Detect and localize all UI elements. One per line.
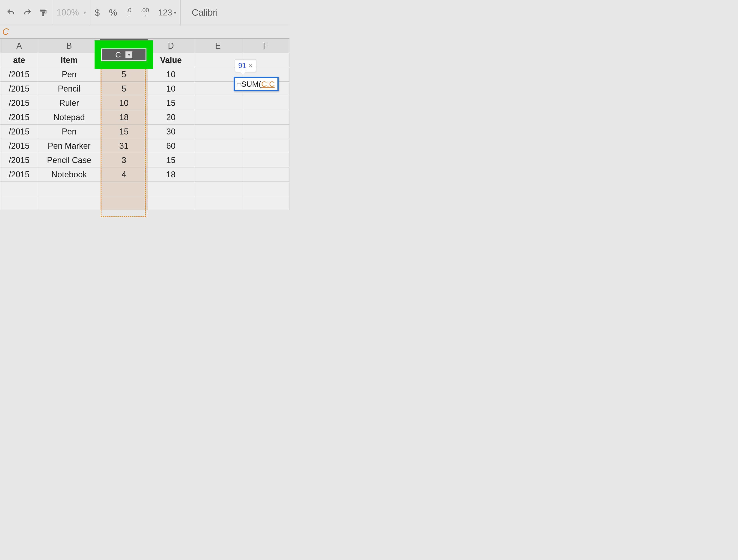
selected-col-label: C [115, 50, 121, 59]
cell-B3[interactable]: Pencil [38, 82, 100, 96]
zoom-label: 100% [56, 8, 79, 18]
cell-empty[interactable] [147, 182, 194, 196]
chevron-down-icon[interactable]: ▾ [125, 51, 132, 58]
cell-C6[interactable]: 15 [100, 124, 147, 139]
zoom-selector[interactable]: 100% ▾ [56, 8, 86, 18]
cell-empty[interactable] [147, 196, 194, 210]
cell-empty[interactable] [242, 182, 289, 196]
redo-icon[interactable] [23, 8, 32, 17]
cell-F9[interactable] [242, 168, 289, 182]
cell-D4[interactable]: 15 [147, 96, 194, 110]
cell-F4[interactable] [242, 96, 289, 110]
increase-decimal-label: .00 [141, 7, 149, 13]
cell-C5[interactable]: 18 [100, 110, 147, 124]
col-header-a[interactable]: A [0, 39, 38, 53]
cell-empty[interactable] [0, 182, 38, 196]
toolbar-numberformat-group: $ % .0 ← .00 → 123 ▾ [90, 0, 180, 25]
cell-empty[interactable] [100, 182, 147, 196]
decrease-decimal-label: .0 [126, 7, 131, 13]
cell-C9[interactable]: 4 [100, 168, 147, 182]
cell-B7[interactable]: Pen Marker [38, 139, 100, 153]
cell-E5[interactable] [194, 110, 242, 124]
chevron-down-icon: ▾ [83, 10, 86, 16]
arrow-right-icon: → [142, 13, 147, 18]
currency-button[interactable]: $ [94, 7, 100, 18]
cell-D9[interactable]: 18 [147, 168, 194, 182]
cell-A9[interactable]: /2015 [0, 168, 38, 182]
font-selector[interactable]: Calibri [185, 7, 225, 18]
cell-C7[interactable]: 31 [100, 139, 147, 153]
cell-D2[interactable]: 10 [147, 67, 194, 82]
cell-A2[interactable]: /2015 [0, 67, 38, 82]
formula-prefix: =SUM( [237, 79, 261, 88]
more-formats-button[interactable]: 123 ▾ [158, 8, 176, 18]
cell-A6[interactable]: /2015 [0, 124, 38, 139]
cell-empty[interactable] [0, 196, 38, 210]
cell-E9[interactable] [194, 168, 242, 182]
toolbar-font-group: Calibri [180, 0, 229, 25]
cell-C4[interactable]: 10 [100, 96, 147, 110]
cell-F8[interactable] [242, 153, 289, 168]
increase-decimal-button[interactable]: .00 → [141, 7, 149, 18]
cell-A8[interactable]: /2015 [0, 153, 38, 168]
cell-empty[interactable] [194, 196, 242, 210]
cell-F7[interactable] [242, 139, 289, 153]
cell-D5[interactable]: 20 [147, 110, 194, 124]
toolbar-history-group [2, 0, 52, 25]
cell-B9[interactable]: Notebook [38, 168, 100, 182]
cell-empty[interactable] [194, 182, 242, 196]
cell-C2[interactable]: 5 [100, 67, 147, 82]
cell-A4[interactable]: /2015 [0, 96, 38, 110]
decrease-decimal-button[interactable]: .0 ← [126, 7, 131, 18]
col-header-d[interactable]: D [147, 39, 194, 53]
column-c-highlight: C ▾ [94, 40, 153, 69]
more-formats-label: 123 [158, 8, 172, 18]
cell-D6[interactable]: 30 [147, 124, 194, 139]
cell-B5[interactable]: Notepad [38, 110, 100, 124]
cell-B2[interactable]: Pen [38, 67, 100, 82]
col-header-e[interactable]: E [194, 39, 242, 53]
name-box[interactable]: C [2, 26, 9, 37]
cell-F5[interactable] [242, 110, 289, 124]
col-header-b[interactable]: B [38, 39, 100, 53]
cell-empty[interactable] [38, 182, 100, 196]
table-row [0, 182, 290, 196]
cell-D8[interactable]: 15 [147, 153, 194, 168]
cell-E8[interactable] [194, 153, 242, 168]
toolbar: 100% ▾ $ % .0 ← .00 → 123 ▾ Calibri [0, 0, 290, 25]
formula-reference: C:C [261, 79, 275, 88]
cell-C8[interactable]: 3 [100, 153, 147, 168]
cell-E7[interactable] [194, 139, 242, 153]
cell-D7[interactable]: 60 [147, 139, 194, 153]
chevron-down-icon: ▾ [174, 10, 176, 15]
formula-result-value: 91 [238, 61, 247, 70]
table-row: /2015Ruler1015 [0, 96, 290, 110]
cell-F6[interactable] [242, 124, 289, 139]
cell-B1[interactable]: Item [38, 53, 100, 67]
cell-B8[interactable]: Pencil Case [38, 153, 100, 168]
paint-format-icon[interactable] [39, 8, 48, 17]
cell-A3[interactable]: /2015 [0, 82, 38, 96]
cell-empty[interactable] [100, 196, 147, 210]
selected-col-header-c[interactable]: C ▾ [101, 48, 146, 61]
cell-C3[interactable]: 5 [100, 82, 147, 96]
cell-B6[interactable]: Pen [38, 124, 100, 139]
cell-D3[interactable]: 10 [147, 82, 194, 96]
arrow-left-icon: ← [126, 13, 131, 18]
cell-E4[interactable] [194, 96, 242, 110]
cell-empty[interactable] [38, 196, 100, 210]
table-row: /2015Notebook418 [0, 168, 290, 182]
cell-A7[interactable]: /2015 [0, 139, 38, 153]
col-header-f[interactable]: F [242, 39, 289, 53]
cell-A5[interactable]: /2015 [0, 110, 38, 124]
active-cell-f2[interactable]: =SUM(C:C [234, 77, 279, 91]
undo-icon[interactable] [6, 8, 16, 17]
cell-empty[interactable] [242, 196, 289, 210]
table-row: /2015Pen Marker3160 [0, 139, 290, 153]
cell-B4[interactable]: Ruler [38, 96, 100, 110]
close-icon[interactable]: × [249, 62, 253, 69]
cell-A1[interactable]: ate [0, 53, 38, 67]
cell-D1[interactable]: Value [147, 53, 194, 67]
percent-button[interactable]: % [109, 7, 117, 18]
cell-E6[interactable] [194, 124, 242, 139]
